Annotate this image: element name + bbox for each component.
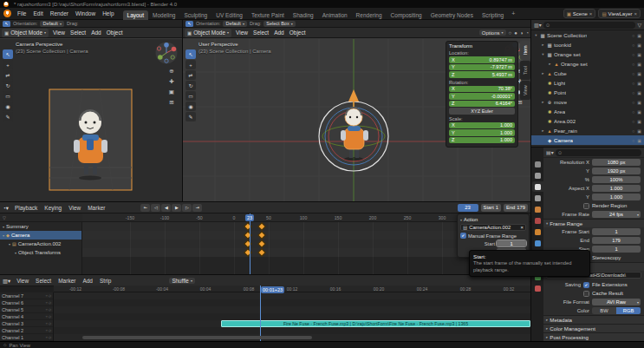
sequencer-channel-channel-6[interactable]: Channel 6○◇ bbox=[0, 299, 53, 306]
viewport-menu-add[interactable]: Add bbox=[271, 30, 287, 36]
next-keyframe-button[interactable]: ▷ bbox=[182, 204, 192, 212]
outliner-row-orange-set[interactable]: ▸▲Orange set○▣ bbox=[531, 59, 644, 69]
disclosure-icon[interactable]: ▸ bbox=[540, 128, 546, 133]
hide-in-viewport-icon[interactable]: ○ bbox=[632, 90, 634, 95]
sidebar-tab-item[interactable]: Item bbox=[520, 41, 530, 60]
outliner-row-camera[interactable]: ◆Camera○▣ bbox=[531, 135, 644, 145]
viewport-menu-add[interactable]: Add bbox=[88, 30, 104, 36]
shading-rendered-icon[interactable]: ◔ bbox=[525, 30, 529, 36]
channel-lock-icon[interactable]: ◇ bbox=[49, 328, 51, 332]
properties-tab-output[interactable] bbox=[532, 181, 543, 192]
drag-dropdown[interactable]: Select Box▾ bbox=[263, 21, 295, 27]
disable-in-render-icon[interactable]: ▣ bbox=[637, 33, 641, 38]
outliner-row-light[interactable]: ✱Light○▣ bbox=[531, 78, 644, 88]
segment-rgb[interactable]: RGB bbox=[616, 307, 641, 314]
camera-view-icon[interactable]: ▣ bbox=[169, 89, 174, 95]
field-step[interactable]: 1 bbox=[592, 246, 641, 253]
sequencer-menu-marker[interactable]: Marker bbox=[55, 278, 79, 284]
workspace-tab-texture-paint[interactable]: Texture Paint bbox=[247, 10, 289, 20]
channel-lock-icon[interactable]: ◇ bbox=[49, 300, 51, 305]
disclosure-icon[interactable]: ▸ bbox=[540, 71, 546, 76]
manual-frame-range-checkbox[interactable]: ✔ bbox=[460, 233, 466, 239]
annotate-tool-icon[interactable]: ✎ bbox=[3, 112, 13, 121]
hide-in-viewport-icon[interactable]: ○ bbox=[632, 33, 634, 38]
properties-tab-modifiers[interactable] bbox=[532, 238, 543, 248]
checkbox-render-region[interactable] bbox=[583, 203, 589, 209]
segment-bw[interactable]: BW bbox=[592, 307, 616, 314]
select-box-tool-icon[interactable]: ↖ bbox=[185, 49, 196, 59]
previous-keyframe-button[interactable]: ◁ bbox=[151, 204, 160, 212]
disable-in-render-icon[interactable]: ▣ bbox=[637, 71, 641, 76]
active-tool-icon[interactable]: ↖ bbox=[3, 21, 10, 27]
rotate-tool-icon[interactable]: ↻ bbox=[3, 81, 13, 90]
hide-in-viewport-icon[interactable]: ○ bbox=[632, 138, 634, 143]
hide-in-viewport-icon[interactable]: ○ bbox=[632, 128, 634, 134]
disable-in-render-icon[interactable]: ▣ bbox=[637, 128, 641, 134]
transform-rotation-z-field[interactable]: Z6.4164° bbox=[449, 101, 515, 108]
orientation-dropdown[interactable]: Default▾ bbox=[40, 21, 63, 27]
transform-scale-z-field[interactable]: Z1.000 bbox=[449, 137, 515, 144]
scene-unlink-icon[interactable]: × bbox=[589, 11, 593, 16]
sequencer-menu-select[interactable]: Select bbox=[32, 278, 55, 284]
transform-rotation-x-field[interactable]: X70.38° bbox=[449, 86, 515, 93]
hide-in-viewport-icon[interactable]: ○ bbox=[632, 100, 634, 105]
disclosure-icon[interactable]: ▾ bbox=[3, 233, 4, 238]
outliner-row-point[interactable]: ✱Point○▣ bbox=[531, 88, 644, 97]
field-y[interactable]: 1920 px bbox=[592, 167, 641, 174]
cursor-tool-icon[interactable]: + bbox=[3, 60, 13, 69]
field-resolution-x[interactable]: 1080 px bbox=[592, 159, 641, 166]
sequencer-menu-view[interactable]: View bbox=[13, 278, 32, 284]
properties-tab-view-layer[interactable] bbox=[532, 193, 543, 203]
field-end[interactable]: 179 bbox=[592, 237, 641, 244]
viewport-menu-object[interactable]: Object bbox=[104, 30, 126, 36]
audio-strip[interactable]: Fire Ne Fuse - French Fuse.mp3 | D:\raju… bbox=[221, 320, 530, 327]
disclosure-icon[interactable]: ▸ bbox=[540, 100, 546, 104]
sequencer-channel-channel-5[interactable]: Channel 5○◇ bbox=[0, 306, 53, 313]
outliner-row-orange-set[interactable]: ▾▦Orange set○▣ bbox=[531, 49, 644, 59]
disable-in-render-icon[interactable]: ▣ bbox=[637, 109, 641, 115]
properties-tab-world[interactable] bbox=[532, 215, 543, 226]
hide-in-viewport-icon[interactable]: ○ bbox=[632, 81, 634, 86]
orientation-dropdown[interactable]: Default▾ bbox=[223, 21, 246, 27]
viewport-canvas[interactable]: Camera Perspective (23) Scene Collection… bbox=[0, 39, 182, 201]
disable-in-render-icon[interactable]: ▣ bbox=[637, 138, 641, 143]
section-color-management[interactable]: ▸Color Management bbox=[543, 324, 644, 332]
timeline-channel-camera[interactable]: ▾◆Camera bbox=[0, 231, 81, 240]
channel-lock-icon[interactable]: ◇ bbox=[49, 307, 51, 312]
sequencer-channel-channel-2[interactable]: Channel 2○◇ bbox=[0, 327, 53, 334]
sequencer-channel-channel-1[interactable]: Channel 1○◇ bbox=[0, 334, 53, 341]
viewport-menu-view[interactable]: View bbox=[233, 30, 250, 36]
viewport-menu-object[interactable]: Object bbox=[287, 30, 309, 36]
blender-menu-icon[interactable] bbox=[3, 10, 11, 17]
action-start-field[interactable]: 1 bbox=[497, 240, 526, 246]
section-metadata[interactable]: ▸Metadata bbox=[543, 315, 644, 324]
outliner-row-area[interactable]: ✱Area○▣ bbox=[531, 107, 644, 116]
cursor-tool-icon[interactable]: + bbox=[185, 60, 196, 69]
properties-search-input[interactable]: ⊙ bbox=[556, 149, 641, 156]
mode-dropdown[interactable]: ▣Object Mode▾ bbox=[185, 29, 231, 37]
disable-in-render-icon[interactable]: ▣ bbox=[637, 52, 641, 57]
action-datablock-field[interactable]: ▤ CameraAction.002 × bbox=[460, 224, 526, 231]
timeline-menu-keying[interactable]: Keying bbox=[41, 205, 65, 211]
options-dropdown[interactable]: Options▾ bbox=[479, 30, 506, 36]
workspace-tab-geometry-nodes[interactable]: Geometry Nodes bbox=[426, 10, 478, 20]
outliner-row-area-002[interactable]: ✱Area.002○▣ bbox=[531, 116, 644, 126]
editor-type-icon[interactable]: ◔▾ bbox=[3, 205, 9, 211]
channel-lock-icon[interactable]: ◇ bbox=[49, 293, 51, 298]
scale-tool-icon[interactable]: ▭ bbox=[3, 91, 13, 101]
move-tool-icon[interactable]: ⇄ bbox=[3, 70, 13, 80]
play-reverse-button[interactable]: ◀ bbox=[161, 204, 171, 212]
channel-hide-icon[interactable]: ○ bbox=[46, 328, 48, 332]
viewport-menu-select[interactable]: Select bbox=[68, 30, 88, 36]
workspace-tab-compositing[interactable]: Compositing bbox=[387, 10, 426, 20]
channel-lock-icon[interactable]: ◇ bbox=[49, 335, 51, 339]
channel-hide-icon[interactable]: ○ bbox=[46, 335, 48, 339]
annotate-tool-icon[interactable]: ✎ bbox=[185, 112, 196, 121]
channel-hide-icon[interactable]: ○ bbox=[46, 300, 48, 305]
active-tool-icon[interactable]: ↖ bbox=[185, 21, 193, 27]
pan-icon[interactable]: ✚ bbox=[169, 78, 174, 85]
outliner-row-move[interactable]: ▸⊕move○▣ bbox=[531, 97, 644, 107]
channel-hide-icon[interactable]: ○ bbox=[46, 321, 48, 325]
zoom-icon[interactable]: ⊕ bbox=[169, 68, 174, 75]
field-[interactable]: 100% bbox=[592, 176, 641, 183]
